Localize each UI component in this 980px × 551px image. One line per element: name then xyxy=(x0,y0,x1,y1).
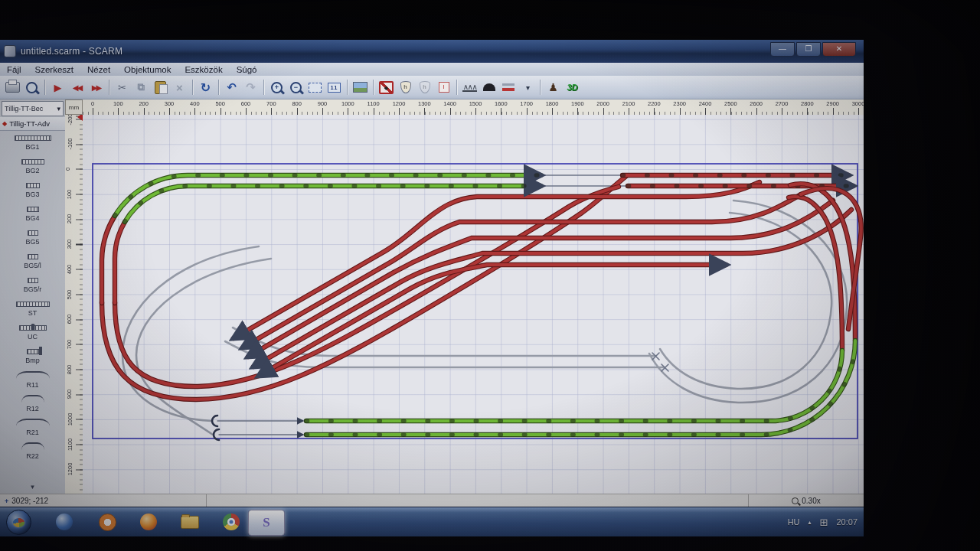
taskbar-app-orange[interactable] xyxy=(98,513,116,531)
minimize-button[interactable]: — xyxy=(770,42,795,57)
height-point-alt-button[interactable]: h xyxy=(416,79,433,96)
baseboard-button[interactable] xyxy=(499,79,517,96)
tray-expand-icon[interactable]: ▴ xyxy=(808,519,812,526)
undo-button[interactable]: ↶ xyxy=(223,79,240,96)
menu-bar: FájlSzerkesztNézetObjektumokEszközökSúgó xyxy=(0,63,864,77)
heights-off-button[interactable]: ◆ xyxy=(377,79,395,96)
taskbar-app-blue[interactable] xyxy=(55,513,74,531)
h-ruler-label: 2200 xyxy=(648,100,661,107)
screen: untitled.scarm - SCARM — ❐ ✕ FájlSzerkes… xyxy=(0,40,864,536)
menu-objektumok[interactable]: Objektumok xyxy=(117,63,178,76)
track-piece-icon xyxy=(21,395,44,403)
redo-button[interactable]: ↷ xyxy=(242,79,260,96)
v-ruler-label: -200 xyxy=(67,115,74,125)
zoom-1-1-button[interactable]: 11 xyxy=(325,79,343,96)
green-bottom-inner[interactable] xyxy=(306,350,842,421)
next-step-button[interactable]: ▶▶ xyxy=(87,79,105,96)
menu-szerkeszt[interactable]: Szerkeszt xyxy=(28,63,81,76)
buffer-stop-1[interactable] xyxy=(212,416,217,426)
close-button[interactable]: ✕ xyxy=(822,42,856,57)
menu-eszk-z-k[interactable]: Eszközök xyxy=(178,63,229,76)
print-preview-button[interactable] xyxy=(23,79,41,96)
taskbar-explorer[interactable] xyxy=(181,513,199,531)
track-piece-icon xyxy=(28,254,38,259)
horizontal-ruler: 0100200300400500600700800900100011001200… xyxy=(83,99,864,116)
h-ruler-label: 200 xyxy=(139,100,149,107)
copy-button[interactable]: ⧉ xyxy=(132,79,150,96)
library-item-bg3[interactable]: BG3 xyxy=(0,178,65,202)
zoom-out-button[interactable]: − xyxy=(287,79,305,96)
cut-button[interactable]: ✂ xyxy=(113,79,131,96)
yard-track-1[interactable] xyxy=(234,182,760,338)
print-button[interactable] xyxy=(4,79,21,96)
background-image-button-icon xyxy=(353,82,368,93)
cut-button-icon: ✂ xyxy=(118,82,126,93)
green-top-2[interactable] xyxy=(125,186,541,222)
v-ruler-label: -100 xyxy=(67,139,74,150)
view-3d-button[interactable]: 3D xyxy=(564,79,581,96)
library-item-bg5-r[interactable]: BG5/r xyxy=(0,273,65,297)
h-ruler-label: 2400 xyxy=(699,100,712,107)
left-curve-red-inner[interactable] xyxy=(115,222,125,303)
library-selector[interactable]: Tillig-TT-Bec ▾ xyxy=(2,101,64,116)
height-point-button[interactable]: h xyxy=(397,79,414,96)
library-item-r21[interactable]: R21 xyxy=(0,416,65,439)
library-item-uc[interactable]: UC xyxy=(0,321,65,344)
language-indicator[interactable]: HU xyxy=(788,517,800,527)
taskbar-chrome-icon xyxy=(223,514,240,530)
menu-n-zet[interactable]: Nézet xyxy=(80,63,117,76)
library-item-bg4[interactable]: BG4 xyxy=(0,202,65,226)
flex-track-button[interactable]: I xyxy=(435,79,452,96)
taskbar-firefox[interactable] xyxy=(139,513,158,531)
chevron-down-icon: ▾ xyxy=(57,105,60,112)
h-ruler-label: 400 xyxy=(190,100,200,107)
h-ruler-label: 1400 xyxy=(443,100,456,107)
library-item-st[interactable]: ST xyxy=(0,297,65,321)
taskbar-chrome[interactable] xyxy=(222,513,240,531)
figures-button[interactable]: ♟ xyxy=(544,79,562,96)
restore-button[interactable]: ❐ xyxy=(796,42,821,57)
menu-s-g-[interactable]: Súgó xyxy=(230,63,264,76)
library-item-bg2[interactable]: BG2 xyxy=(0,155,65,178)
menu-f-jl[interactable]: Fájl xyxy=(0,63,28,76)
cursor-position-marker xyxy=(77,115,83,121)
library-item-label: ST xyxy=(28,309,38,317)
delete-button[interactable]: × xyxy=(171,79,188,96)
library-item-r22[interactable]: R22 xyxy=(0,439,65,463)
track-plan-drawing xyxy=(83,115,864,494)
height-point-alt-button-icon: h xyxy=(420,81,430,93)
magnifier-icon xyxy=(792,497,799,504)
library-selector-label: Tillig-TT-Bec xyxy=(5,105,43,112)
status-spacer xyxy=(207,494,749,507)
zoom-fit-button[interactable] xyxy=(306,79,324,96)
free-right-circle-outer[interactable] xyxy=(649,201,847,403)
toolbar-separator xyxy=(192,80,193,95)
library-item-r11[interactable]: R11 xyxy=(0,368,65,392)
undo-button-icon: ↶ xyxy=(227,80,237,94)
paste-button[interactable] xyxy=(152,79,169,96)
taskbar-scarm[interactable]: S xyxy=(248,510,285,536)
v-ruler-label: 400 xyxy=(66,265,73,275)
cursor-coordinates: + 3029; -212 xyxy=(0,494,207,507)
library-item-bmp[interactable]: Bmp xyxy=(0,344,65,368)
library-item-r12[interactable]: R12 xyxy=(0,392,65,416)
layout-canvas[interactable] xyxy=(83,115,864,494)
flex-track-button-icon: I xyxy=(439,82,449,93)
rotate-button[interactable]: ↻ xyxy=(197,79,214,96)
bridge-button[interactable]: ∧∧∧ xyxy=(461,79,479,96)
start-button[interactable] xyxy=(6,510,31,535)
library-item-bg5-l[interactable]: BG5/l xyxy=(0,249,65,273)
background-image-button[interactable] xyxy=(351,79,369,96)
track-piece-icon xyxy=(27,207,39,212)
library-active-header[interactable]: ◆ Tillig-TT-Adv xyxy=(0,117,65,131)
tray-grid-icon[interactable]: ⊞ xyxy=(820,517,828,528)
library-item-bg5[interactable]: BG5 xyxy=(0,226,65,249)
system-tray: HU ▴ ⊞ 20:07 xyxy=(788,507,858,536)
run-train-button[interactable]: ▶ xyxy=(49,79,67,96)
tunnel-button[interactable] xyxy=(480,79,498,96)
prev-step-button[interactable]: ◀◀ xyxy=(68,79,86,96)
sidebar-scroll-down-arrow[interactable]: ▼ xyxy=(30,484,36,491)
baseboard-caret[interactable]: ▾ xyxy=(518,79,536,96)
library-item-bg1[interactable]: BG1 xyxy=(0,131,65,155)
zoom-in-button[interactable]: + xyxy=(268,79,286,96)
